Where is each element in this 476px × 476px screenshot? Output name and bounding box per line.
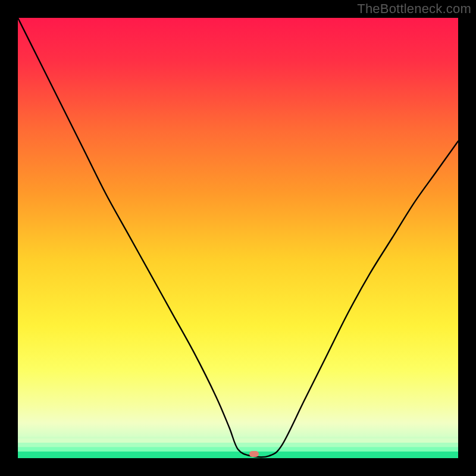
svg-rect-0 [18, 439, 458, 443]
chart-frame: TheBottleneck.com [0, 0, 476, 476]
plot-svg [18, 18, 458, 458]
watermark-text: TheBottleneck.com [357, 1, 471, 17]
svg-rect-3 [18, 452, 458, 458]
svg-rect-1 [18, 443, 458, 447]
plot-area [18, 18, 458, 458]
